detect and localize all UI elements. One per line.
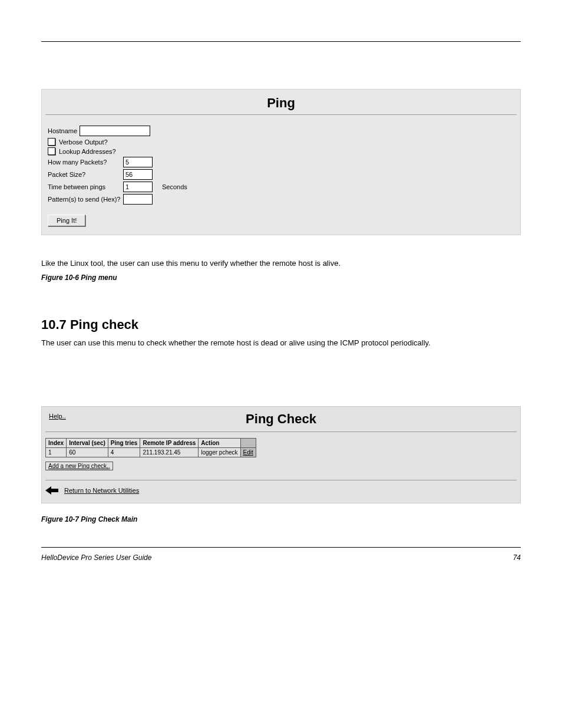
table-row: 1 60 4 211.193.21.45 logger pcheck Edit xyxy=(46,448,256,457)
top-rule xyxy=(41,41,521,42)
edit-link[interactable]: Edit xyxy=(243,449,253,456)
hostname-label: Hostname xyxy=(48,127,77,134)
footer-left: HelloDevice Pro Series User Guide xyxy=(41,554,151,562)
pattern-label: Pattern(s) to send (Hex)? xyxy=(48,196,121,203)
pattern-input[interactable] xyxy=(123,194,153,205)
ping-check-title: Ping Check xyxy=(42,409,520,431)
interval-row: Time between pings Seconds xyxy=(48,182,514,192)
table-header-row: Index Interval (sec) Ping tries Remote I… xyxy=(46,439,256,448)
ping-check-figure-caption: Figure 10-7 Ping Check Main xyxy=(41,515,521,523)
ping-title-rule xyxy=(45,114,517,115)
ping-form: Hostname Verbose Output? Lookup Addresse… xyxy=(42,126,520,235)
cell-action: logger pcheck xyxy=(199,448,240,457)
lookup-row: Lookup Addresses? xyxy=(48,147,514,155)
verbose-checkbox[interactable] xyxy=(48,138,55,146)
size-input[interactable] xyxy=(123,169,153,180)
interval-suffix: Seconds xyxy=(162,183,187,190)
hostname-row: Hostname xyxy=(48,126,514,136)
lookup-checkbox[interactable] xyxy=(48,147,55,155)
help-link[interactable]: Help.. xyxy=(49,413,66,420)
ping-check-table: Index Interval (sec) Ping tries Remote I… xyxy=(45,438,256,457)
return-link[interactable]: Return to Network Utilities xyxy=(64,487,139,494)
col-tries: Ping tries xyxy=(108,439,140,448)
col-blank xyxy=(240,439,256,448)
arrow-left-icon xyxy=(45,486,58,495)
packets-label: How many Packets? xyxy=(48,159,123,166)
pattern-row: Pattern(s) to send (Hex)? xyxy=(48,194,514,205)
interval-label: Time between pings xyxy=(48,183,123,190)
size-label: Packet Size? xyxy=(48,171,123,178)
ping-check-title-rule xyxy=(45,431,517,432)
interval-input[interactable] xyxy=(123,182,153,192)
ping-button[interactable]: Ping It! xyxy=(48,215,85,226)
col-interval: Interval (sec) xyxy=(67,439,108,448)
col-ip: Remote IP address xyxy=(140,439,199,448)
bottom-rule xyxy=(41,547,521,548)
verbose-label: Verbose Output? xyxy=(59,139,108,146)
add-ping-check-link[interactable]: Add a new Ping check.. xyxy=(45,462,113,470)
lookup-label: Lookup Addresses? xyxy=(59,148,116,155)
cell-index: 1 xyxy=(46,448,67,457)
page-footer: HelloDevice Pro Series User Guide 74 xyxy=(41,554,521,562)
section-ping-check-heading: 10.7 Ping check xyxy=(41,317,521,332)
cell-ip: 211.193.21.45 xyxy=(140,448,199,457)
svg-marker-0 xyxy=(45,486,58,495)
cell-edit: Edit xyxy=(240,448,256,457)
ping-check-panel: Help.. Ping Check Index Interval (sec) P… xyxy=(41,406,521,503)
ping-figure-caption: Figure 10-6 Ping menu xyxy=(41,274,521,282)
return-row: Return to Network Utilities xyxy=(42,486,520,503)
ping-title: Ping xyxy=(42,90,520,114)
verbose-row: Verbose Output? xyxy=(48,138,514,146)
packets-input[interactable] xyxy=(123,157,153,167)
ping-description: Like the Linux tool, the user can use th… xyxy=(41,259,521,268)
section-ping-check-desc: The user can use this menu to check whet… xyxy=(41,338,521,347)
footer-right: 74 xyxy=(513,554,521,562)
col-index: Index xyxy=(46,439,67,448)
cell-tries: 4 xyxy=(108,448,140,457)
ping-panel: Ping Hostname Verbose Output? Lookup Add… xyxy=(41,89,521,235)
col-action: Action xyxy=(199,439,240,448)
ping-check-bottom-rule xyxy=(45,480,517,480)
packets-row: How many Packets? xyxy=(48,157,514,167)
size-row: Packet Size? xyxy=(48,169,514,180)
cell-interval: 60 xyxy=(67,448,108,457)
hostname-input[interactable] xyxy=(80,126,150,136)
